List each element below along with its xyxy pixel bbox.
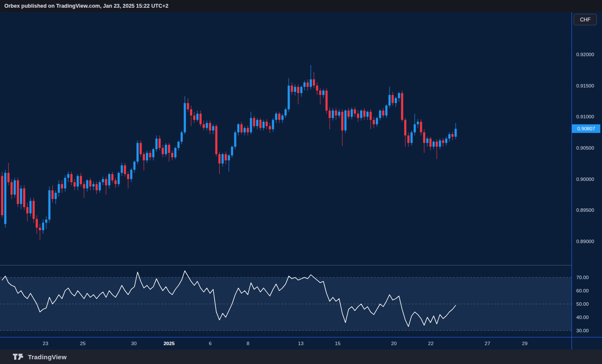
symbol-badge: CHF (574, 14, 597, 25)
candle-up (426, 138, 428, 143)
candle-up (58, 184, 60, 193)
candle-wick (84, 181, 84, 198)
price-axis-label: 0.89000 (576, 239, 594, 244)
candle-wick (46, 217, 46, 229)
attribution-text: Orbex published on TradingView.com, Jan … (4, 3, 168, 9)
candle-up (14, 180, 16, 195)
candle-up (411, 132, 413, 143)
time-axis-label: 15 (335, 341, 341, 346)
candle-down (51, 190, 54, 199)
candle-down (442, 141, 444, 143)
candle-up (152, 149, 154, 157)
candle-down (319, 90, 321, 95)
candle-up (181, 132, 183, 142)
candle-up (165, 145, 167, 154)
time-axis[interactable]: 232530202568131520222729 (0, 337, 602, 349)
candle-up (388, 95, 390, 105)
candle-down (407, 135, 409, 143)
candle-up (108, 174, 110, 185)
candle-up (366, 112, 369, 117)
candle-up (281, 115, 284, 120)
chart-area[interactable]: CHF 0.90807 0.920000.915000.910000.90500… (0, 12, 602, 349)
candle-down (80, 176, 82, 184)
candle-up (303, 82, 306, 87)
candle-up (414, 124, 416, 132)
candle-up (272, 120, 274, 129)
candle-up (445, 138, 447, 143)
rsi-axis-label: 30.00 (576, 328, 589, 333)
candle-down (329, 111, 331, 118)
rsi-axis-label: 50.00 (576, 301, 589, 307)
candle-down (215, 126, 218, 154)
candle-down (83, 184, 85, 188)
candle-down (382, 111, 384, 116)
screenshot-root: Orbex published on TradingView.com, Jan … (0, 0, 602, 364)
candle-up (42, 223, 44, 230)
candle-up (212, 126, 214, 130)
axis-corner-border (572, 337, 572, 349)
candle-down (363, 111, 366, 117)
candle-up (197, 114, 199, 120)
candle-down (190, 109, 192, 116)
candle-up (454, 129, 457, 136)
candle-down (225, 154, 227, 161)
candle-down (33, 201, 35, 219)
candle-up (398, 93, 400, 98)
candle-up (332, 111, 334, 118)
candle-down (354, 109, 356, 114)
candle-down (313, 79, 315, 86)
candle-down (193, 115, 195, 120)
candle-up (30, 201, 32, 214)
candle-up (102, 179, 104, 182)
candle-up (322, 90, 324, 95)
time-axis-label: 29 (522, 341, 528, 346)
candle-up (284, 109, 287, 116)
candle-up (310, 79, 312, 87)
candle-up (92, 184, 94, 187)
time-axis-label: 30 (131, 341, 137, 346)
price-pane-chart[interactable] (0, 12, 572, 265)
candle-up (300, 87, 303, 93)
candle-up (184, 103, 186, 132)
candle-down (73, 182, 76, 187)
candle-up (244, 128, 246, 132)
candle-down (143, 154, 145, 161)
candle-down (420, 122, 422, 132)
rsi-pane-chart[interactable] (0, 265, 572, 337)
candle-up (231, 147, 233, 155)
candle-down (17, 180, 19, 204)
candle-down (291, 86, 293, 92)
candle-up (4, 173, 6, 224)
candle-down (1, 176, 3, 215)
rsi-axis-label: 40.00 (576, 315, 589, 320)
tradingview-logo-icon (13, 354, 24, 360)
price-axis[interactable]: CHF 0.90807 0.920000.915000.910000.90500… (572, 12, 602, 337)
candle-down (187, 103, 189, 109)
time-axis-label: 22 (428, 341, 434, 346)
candle-down (149, 153, 151, 157)
candle-up (275, 114, 277, 120)
candle-wick (40, 224, 40, 240)
candle-down (451, 134, 454, 137)
tradingview-brand-text[interactable]: TradingView (28, 353, 67, 361)
candle-down (23, 188, 25, 207)
price-axis-label: 0.90000 (576, 177, 594, 182)
candle-down (61, 184, 63, 188)
candle-up (250, 118, 252, 132)
symbol-badge-label: CHF (580, 17, 591, 23)
candle-down (436, 141, 438, 147)
candle-up (345, 111, 347, 131)
candle-down (203, 124, 205, 128)
candle-up (448, 134, 451, 138)
candle-up (121, 165, 123, 173)
last-price-badge: 0.90807 (572, 124, 600, 133)
candle-down (89, 180, 91, 187)
candle-down (200, 114, 202, 124)
candle-down (218, 154, 221, 164)
candle-down (11, 182, 13, 195)
attribution-bar: Orbex published on TradingView.com, Jan … (0, 0, 602, 12)
price-axis-label: 0.91500 (576, 83, 594, 88)
candle-up (338, 112, 340, 116)
candle-wick (320, 88, 321, 104)
time-axis-label: 2025 (163, 341, 175, 346)
